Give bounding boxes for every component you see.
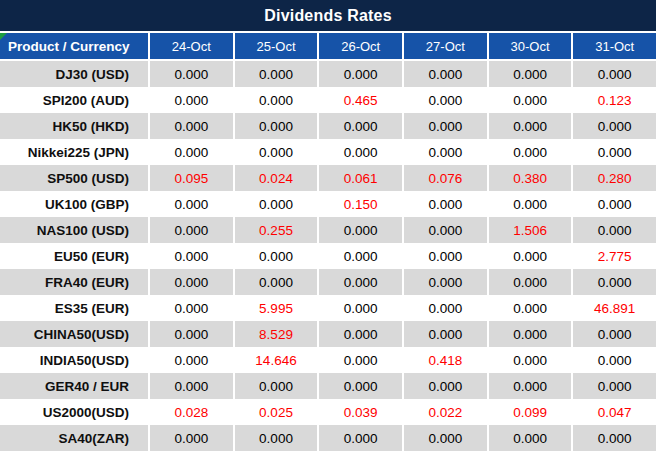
value-cell[interactable]: 0.000 [235, 113, 320, 139]
value-cell[interactable]: 0.000 [489, 61, 574, 87]
value-cell[interactable]: 0.123 [573, 87, 656, 113]
value-cell[interactable]: 0.047 [573, 399, 656, 425]
value-cell[interactable]: 0.000 [573, 425, 656, 451]
value-cell[interactable]: 0.418 [404, 347, 489, 373]
value-cell[interactable]: 0.000 [489, 243, 574, 269]
value-cell[interactable]: 46.891 [573, 295, 656, 321]
value-cell[interactable]: 0.000 [489, 321, 574, 347]
product-cell[interactable]: FRA40 (EUR) [0, 269, 150, 295]
value-cell[interactable]: 0.000 [489, 87, 574, 113]
date-header-cell[interactable]: 31-Oct [573, 33, 656, 59]
value-cell[interactable]: 0.000 [150, 243, 235, 269]
product-cell[interactable]: EU50 (EUR) [0, 243, 150, 269]
value-cell[interactable]: 0.000 [235, 243, 320, 269]
value-cell[interactable]: 0.000 [404, 113, 489, 139]
date-header-cell[interactable]: 24-Oct [150, 33, 235, 59]
value-cell[interactable]: 0.000 [573, 269, 656, 295]
value-cell[interactable]: 0.000 [404, 321, 489, 347]
value-cell[interactable]: 0.039 [319, 399, 404, 425]
value-cell[interactable]: 0.380 [489, 165, 574, 191]
value-cell[interactable]: 0.000 [404, 217, 489, 243]
date-header-cell[interactable]: 30-Oct [489, 33, 574, 59]
value-cell[interactable]: 0.000 [150, 425, 235, 451]
value-cell[interactable]: 2.775 [573, 243, 656, 269]
value-cell[interactable]: 0.000 [573, 61, 656, 87]
value-cell[interactable]: 0.000 [150, 295, 235, 321]
value-cell[interactable]: 0.000 [404, 269, 489, 295]
value-cell[interactable]: 0.000 [404, 243, 489, 269]
value-cell[interactable]: 0.000 [489, 373, 574, 399]
value-cell[interactable]: 0.000 [404, 425, 489, 451]
value-cell[interactable]: 0.000 [489, 191, 574, 217]
date-header-cell[interactable]: 25-Oct [235, 33, 320, 59]
value-cell[interactable]: 0.000 [150, 373, 235, 399]
value-cell[interactable]: 0.000 [150, 113, 235, 139]
value-cell[interactable]: 0.000 [573, 347, 656, 373]
value-cell[interactable]: 0.000 [573, 217, 656, 243]
value-cell[interactable]: 0.000 [235, 191, 320, 217]
value-cell[interactable]: 0.000 [150, 217, 235, 243]
value-cell[interactable]: 0.000 [319, 373, 404, 399]
value-cell[interactable]: 0.061 [319, 165, 404, 191]
product-cell[interactable]: GER40 / EUR [0, 373, 150, 399]
value-cell[interactable]: 0.000 [573, 139, 656, 165]
product-cell[interactable]: CHINA50(USD) [0, 321, 150, 347]
product-currency-header-cell[interactable]: Product / Currency [0, 33, 150, 59]
value-cell[interactable]: 0.000 [573, 373, 656, 399]
value-cell[interactable]: 8.529 [235, 321, 320, 347]
value-cell[interactable]: 0.000 [573, 321, 656, 347]
value-cell[interactable]: 0.465 [319, 87, 404, 113]
value-cell[interactable]: 0.280 [573, 165, 656, 191]
value-cell[interactable]: 0.000 [319, 113, 404, 139]
value-cell[interactable]: 0.000 [489, 347, 574, 373]
value-cell[interactable]: 0.022 [404, 399, 489, 425]
date-header-cell[interactable]: 26-Oct [319, 33, 404, 59]
value-cell[interactable]: 0.000 [235, 61, 320, 87]
value-cell[interactable]: 0.000 [319, 269, 404, 295]
value-cell[interactable]: 0.000 [319, 347, 404, 373]
value-cell[interactable]: 0.000 [489, 113, 574, 139]
value-cell[interactable]: 0.000 [319, 139, 404, 165]
value-cell[interactable]: 0.000 [150, 191, 235, 217]
value-cell[interactable]: 0.000 [404, 139, 489, 165]
value-cell[interactable]: 0.000 [489, 269, 574, 295]
value-cell[interactable]: 0.000 [150, 347, 235, 373]
value-cell[interactable]: 0.150 [319, 191, 404, 217]
value-cell[interactable]: 0.000 [404, 295, 489, 321]
value-cell[interactable]: 0.000 [489, 139, 574, 165]
value-cell[interactable]: 0.000 [319, 61, 404, 87]
product-cell[interactable]: UK100 (GBP) [0, 191, 150, 217]
value-cell[interactable]: 0.025 [235, 399, 320, 425]
value-cell[interactable]: 0.000 [573, 191, 656, 217]
product-cell[interactable]: DJ30 (USD) [0, 61, 150, 87]
value-cell[interactable]: 0.000 [404, 191, 489, 217]
value-cell[interactable]: 0.000 [404, 373, 489, 399]
value-cell[interactable]: 0.255 [235, 217, 320, 243]
value-cell[interactable]: 0.000 [319, 217, 404, 243]
value-cell[interactable]: 0.000 [150, 61, 235, 87]
value-cell[interactable]: 0.000 [319, 321, 404, 347]
value-cell[interactable]: 0.000 [489, 425, 574, 451]
value-cell[interactable]: 0.000 [150, 321, 235, 347]
value-cell[interactable]: 0.099 [489, 399, 574, 425]
value-cell[interactable]: 0.028 [150, 399, 235, 425]
value-cell[interactable]: 0.024 [235, 165, 320, 191]
product-cell[interactable]: HK50 (HKD) [0, 113, 150, 139]
product-cell[interactable]: SA40(ZAR) [0, 425, 150, 451]
value-cell[interactable]: 0.000 [319, 243, 404, 269]
value-cell[interactable]: 0.000 [404, 61, 489, 87]
value-cell[interactable]: 0.000 [489, 295, 574, 321]
product-cell[interactable]: INDIA50(USD) [0, 347, 150, 373]
value-cell[interactable]: 0.000 [319, 295, 404, 321]
product-cell[interactable]: ES35 (EUR) [0, 295, 150, 321]
value-cell[interactable]: 0.095 [150, 165, 235, 191]
product-cell[interactable]: Nikkei225 (JPN) [0, 139, 150, 165]
value-cell[interactable]: 0.076 [404, 165, 489, 191]
value-cell[interactable]: 14.646 [235, 347, 320, 373]
value-cell[interactable]: 0.000 [235, 269, 320, 295]
value-cell[interactable]: 0.000 [150, 139, 235, 165]
value-cell[interactable]: 0.000 [150, 87, 235, 113]
product-cell[interactable]: SP500 (USD) [0, 165, 150, 191]
value-cell[interactable]: 5.995 [235, 295, 320, 321]
product-cell[interactable]: SPI200 (AUD) [0, 87, 150, 113]
